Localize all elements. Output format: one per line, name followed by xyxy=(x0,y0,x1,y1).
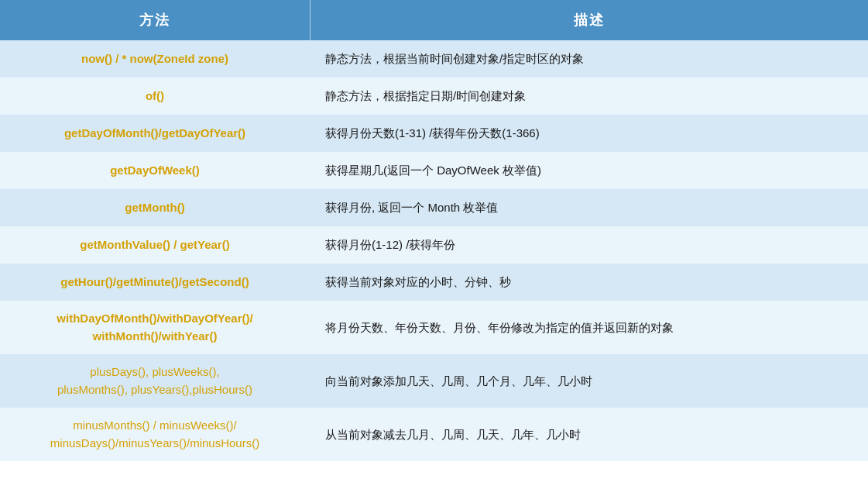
method-cell: getDayOfMonth()/getDayOfYear() xyxy=(0,115,310,152)
table-row: getMonth()获得月份, 返回一个 Month 枚举值 xyxy=(0,189,868,226)
table-row: getMonthValue() / getYear()获得月份(1-12) /获… xyxy=(0,226,868,264)
method-cell: minusMonths() / minusWeeks()/ minusDays(… xyxy=(0,408,310,461)
method-cell: withDayOfMonth()/withDayOfYear()/ withMo… xyxy=(0,301,310,354)
desc-cell: 静态方法，根据指定日期/时间创建对象 xyxy=(310,78,868,115)
desc-cell: 获得当前对象对应的小时、分钟、秒 xyxy=(310,264,868,301)
table-header-row: 方法 描述 xyxy=(0,0,868,40)
table-row: withDayOfMonth()/withDayOfYear()/ withMo… xyxy=(0,301,868,354)
method-cell: getMonthValue() / getYear() xyxy=(0,226,310,264)
desc-cell: 从当前对象减去几月、几周、几天、几年、几小时 xyxy=(310,408,868,461)
method-cell: getMonth() xyxy=(0,189,310,226)
header-desc: 描述 xyxy=(310,0,868,40)
methods-table: 方法 描述 now() / * now(ZoneId zone)静态方法，根据当… xyxy=(0,0,868,461)
table-row: plusDays(), plusWeeks(), plusMonths(), p… xyxy=(0,354,868,408)
main-table-wrapper: 方法 描述 now() / * now(ZoneId zone)静态方法，根据当… xyxy=(0,0,868,461)
table-row: now() / * now(ZoneId zone)静态方法，根据当前时间创建对… xyxy=(0,40,868,78)
table-row: minusMonths() / minusWeeks()/ minusDays(… xyxy=(0,408,868,461)
method-cell: getDayOfWeek() xyxy=(0,152,310,189)
header-method: 方法 xyxy=(0,0,310,40)
table-row: of()静态方法，根据指定日期/时间创建对象 xyxy=(0,78,868,115)
table-row: getHour()/getMinute()/getSecond()获得当前对象对… xyxy=(0,264,868,301)
desc-cell: 静态方法，根据当前时间创建对象/指定时区的对象 xyxy=(310,40,868,78)
desc-cell: 获得月份, 返回一个 Month 枚举值 xyxy=(310,189,868,226)
method-cell: getHour()/getMinute()/getSecond() xyxy=(0,264,310,301)
desc-cell: 获得星期几(返回一个 DayOfWeek 枚举值) xyxy=(310,152,868,189)
desc-cell: 向当前对象添加几天、几周、几个月、几年、几小时 xyxy=(310,354,868,408)
method-cell: plusDays(), plusWeeks(), plusMonths(), p… xyxy=(0,354,310,408)
table-row: getDayOfMonth()/getDayOfYear()获得月份天数(1-3… xyxy=(0,115,868,152)
desc-cell: 获得月份天数(1-31) /获得年份天数(1-366) xyxy=(310,115,868,152)
method-cell: now() / * now(ZoneId zone) xyxy=(0,40,310,78)
desc-cell: 将月份天数、年份天数、月份、年份修改为指定的值并返回新的对象 xyxy=(310,301,868,354)
method-cell: of() xyxy=(0,78,310,115)
table-row: getDayOfWeek()获得星期几(返回一个 DayOfWeek 枚举值) xyxy=(0,152,868,189)
desc-cell: 获得月份(1-12) /获得年份 xyxy=(310,226,868,264)
